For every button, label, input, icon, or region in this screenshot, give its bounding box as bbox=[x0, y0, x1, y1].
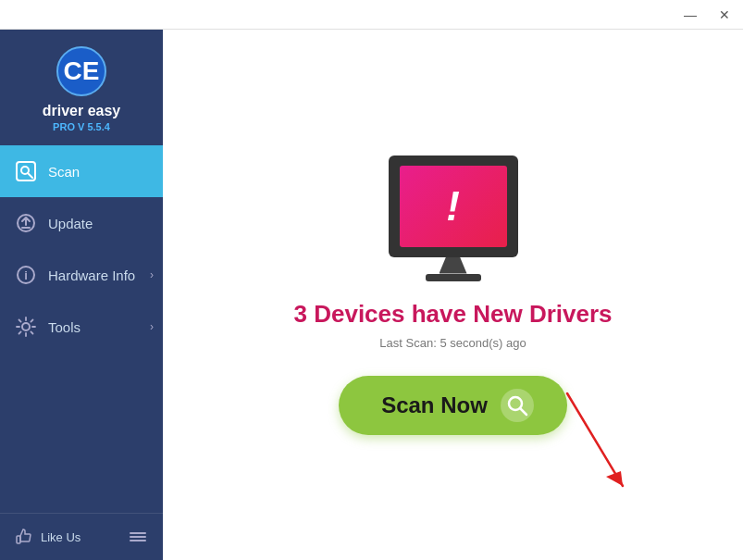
close-button[interactable]: ✕ bbox=[713, 6, 736, 24]
scan-now-icon bbox=[501, 389, 534, 422]
scan-now-button[interactable]: Scan Now bbox=[339, 376, 567, 435]
hardware-info-label: Hardware Info bbox=[48, 268, 135, 283]
sidebar: CE driver easy PRO V 5.5.4 Scan bbox=[0, 30, 163, 560]
last-scan-text: Last Scan: 5 second(s) ago bbox=[379, 336, 526, 350]
thumbs-up-icon bbox=[15, 528, 33, 546]
svg-text:CE: CE bbox=[64, 56, 100, 85]
menu-icon-button[interactable] bbox=[128, 527, 148, 547]
svg-point-9 bbox=[22, 323, 30, 330]
menu-icon bbox=[128, 527, 148, 547]
tools-label: Tools bbox=[48, 319, 80, 335]
sidebar-item-tools[interactable]: Tools › bbox=[0, 301, 163, 353]
main-content: ! 3 Devices have New Drivers Last Scan: … bbox=[163, 30, 743, 560]
hardware-info-chevron: › bbox=[150, 268, 154, 281]
svg-text:i: i bbox=[24, 268, 28, 282]
like-us-label: Like Us bbox=[41, 530, 80, 544]
update-label: Update bbox=[48, 216, 93, 231]
monitor-stand bbox=[440, 257, 467, 274]
title-bar: — ✕ bbox=[0, 0, 743, 30]
svg-line-15 bbox=[520, 408, 526, 415]
svg-line-16 bbox=[567, 393, 623, 486]
monitor-screen: ! bbox=[400, 166, 507, 247]
sidebar-logo: CE driver easy PRO V 5.5.4 bbox=[0, 30, 163, 145]
svg-marker-17 bbox=[606, 471, 623, 486]
like-us-button[interactable]: Like Us bbox=[15, 528, 80, 546]
scan-now-label: Scan Now bbox=[381, 392, 488, 418]
svg-rect-10 bbox=[17, 536, 20, 543]
tools-chevron: › bbox=[150, 320, 154, 333]
monitor-illustration: ! bbox=[389, 156, 518, 281]
scan-label: Scan bbox=[48, 164, 80, 180]
sidebar-item-update[interactable]: Update bbox=[0, 197, 163, 249]
sidebar-bottom: Like Us bbox=[0, 513, 163, 560]
sidebar-item-hardware-info[interactable]: i Hardware Info › bbox=[0, 249, 163, 301]
logo-version: PRO V 5.5.4 bbox=[53, 121, 110, 132]
svg-line-4 bbox=[28, 173, 32, 178]
app-body: CE driver easy PRO V 5.5.4 Scan bbox=[0, 30, 743, 560]
logo-name: driver easy bbox=[43, 102, 121, 119]
hardware-info-icon: i bbox=[15, 264, 37, 286]
minimize-button[interactable]: — bbox=[678, 6, 702, 24]
sidebar-item-scan[interactable]: Scan bbox=[0, 145, 163, 197]
driver-easy-logo-icon: CE bbox=[56, 46, 106, 96]
exclamation-mark: ! bbox=[446, 186, 460, 227]
scan-icon bbox=[15, 160, 37, 182]
update-icon bbox=[15, 212, 37, 234]
tools-icon bbox=[15, 316, 37, 338]
title-bar-buttons: — ✕ bbox=[678, 6, 736, 24]
monitor-base bbox=[426, 274, 481, 281]
sidebar-nav: Scan Update i bbox=[0, 145, 163, 513]
devices-headline: 3 Devices have New Drivers bbox=[294, 300, 613, 329]
monitor-body: ! bbox=[389, 156, 518, 257]
